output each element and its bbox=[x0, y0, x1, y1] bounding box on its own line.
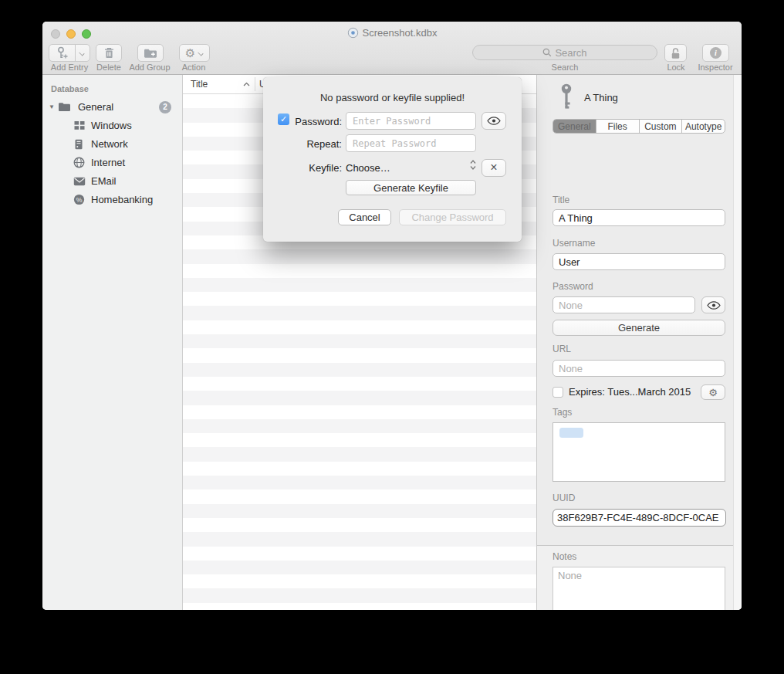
title-label: Title bbox=[553, 195, 569, 205]
generate-password-button[interactable]: Generate bbox=[553, 320, 725, 336]
titlebar-toolbar: Screenshot.kdbx Add Entry bbox=[42, 22, 742, 75]
sidebar-item-label: Internet bbox=[91, 157, 125, 168]
add-group-button[interactable] bbox=[137, 44, 164, 62]
sidebar-header: Database bbox=[51, 84, 89, 93]
sidebar-item-general[interactable]: ▼ General 2 bbox=[42, 99, 182, 115]
expires-label: Expires: Tues...March 2015 bbox=[569, 386, 691, 398]
lock-button[interactable] bbox=[664, 44, 687, 62]
tab-custom[interactable]: Custom bbox=[640, 120, 683, 133]
sidebar-item-label: Homebanking bbox=[91, 194, 153, 205]
window-title-group: Screenshot.kdbx bbox=[42, 27, 742, 39]
document-proxy-icon bbox=[347, 27, 359, 39]
window-title: Screenshot.kdbx bbox=[363, 27, 438, 39]
clear-keyfile-button[interactable]: × bbox=[482, 159, 506, 177]
gear-icon: ⚙ bbox=[185, 47, 195, 59]
search-placeholder: Search bbox=[555, 47, 586, 59]
chevron-down-icon bbox=[198, 50, 204, 56]
tag-chip[interactable] bbox=[559, 428, 583, 438]
sidebar-item-network[interactable]: Network bbox=[42, 136, 182, 152]
percent-circle-icon: % bbox=[73, 194, 85, 205]
disclosure-triangle-icon[interactable]: ▼ bbox=[49, 103, 55, 110]
expires-settings-button[interactable]: ⚙ bbox=[701, 384, 725, 400]
password-field[interactable] bbox=[553, 296, 695, 313]
info-icon: i bbox=[710, 47, 721, 59]
url-field[interactable] bbox=[553, 360, 725, 377]
sidebar-item-label: EMail bbox=[91, 175, 117, 187]
inspector-button[interactable]: i bbox=[702, 44, 729, 62]
folder-icon bbox=[58, 102, 71, 112]
stepper-icon[interactable] bbox=[470, 159, 476, 171]
inspector-label: Inspector bbox=[694, 63, 737, 72]
svg-text:%: % bbox=[76, 196, 82, 204]
action-label: Action bbox=[174, 63, 214, 72]
change-password-sheet: No password or keyfile supplied! ✓ Passw… bbox=[263, 77, 522, 242]
password-label: Password bbox=[553, 281, 593, 292]
key-icon bbox=[560, 83, 573, 113]
sidebar-item-label: General bbox=[78, 101, 113, 113]
tab-files[interactable]: Files bbox=[596, 120, 640, 133]
inspector-tabs: General Files Custom Autotype bbox=[553, 119, 725, 134]
inspector-scrollbar[interactable] bbox=[733, 75, 742, 610]
add-entry-label: Add Entry bbox=[43, 63, 96, 72]
sidebar-item-internet[interactable]: Internet bbox=[42, 154, 182, 171]
sidebar-item-label: Windows bbox=[91, 120, 132, 131]
search-icon bbox=[542, 48, 552, 57]
cancel-button[interactable]: Cancel bbox=[338, 209, 391, 225]
trash-icon bbox=[104, 47, 114, 59]
add-group-label: Add Group bbox=[125, 63, 174, 72]
action-button[interactable]: ⚙ bbox=[179, 44, 210, 62]
server-icon bbox=[73, 139, 84, 150]
sidebar-item-email[interactable]: EMail bbox=[42, 173, 182, 189]
search-input[interactable]: Search bbox=[472, 45, 657, 60]
chevron-down-icon bbox=[79, 50, 85, 56]
key-plus-icon bbox=[56, 46, 68, 59]
desktop: Screenshot.kdbx Add Entry bbox=[0, 0, 784, 674]
sidebar-item-label: Network bbox=[91, 138, 128, 150]
entry-title: A Thing bbox=[584, 92, 618, 103]
dialog-repeat-input[interactable] bbox=[346, 134, 476, 152]
notes-field[interactable] bbox=[553, 567, 725, 610]
sidebar: Database ▼ General 2 Windows Network bbox=[42, 75, 183, 610]
dialog-password-label: Password: bbox=[272, 116, 342, 127]
show-password-button[interactable] bbox=[701, 296, 725, 313]
folder-plus-icon bbox=[144, 48, 157, 59]
globe-icon bbox=[73, 157, 85, 168]
lock-open-icon bbox=[670, 47, 681, 59]
inspector-panel: A Thing General Files Custom Autotype Ti… bbox=[536, 75, 742, 610]
tab-autotype[interactable]: Autotype bbox=[682, 120, 725, 133]
lock-label: Lock bbox=[658, 63, 694, 72]
delete-label: Delete bbox=[90, 63, 128, 72]
sidebar-item-homebanking[interactable]: % Homebanking bbox=[42, 191, 182, 208]
dialog-repeat-label: Repeat: bbox=[272, 138, 342, 150]
eye-icon bbox=[487, 117, 501, 125]
search-label: Search bbox=[540, 63, 590, 72]
sidebar-item-windows[interactable]: Windows bbox=[42, 117, 182, 134]
uuid-label: UUID bbox=[553, 493, 575, 503]
expires-checkbox[interactable] bbox=[553, 387, 563, 398]
change-password-button[interactable]: Change Password bbox=[399, 209, 506, 225]
add-entry-dropdown[interactable] bbox=[76, 45, 90, 61]
add-entry-button[interactable] bbox=[49, 44, 90, 62]
delete-button[interactable] bbox=[96, 44, 122, 62]
tags-field[interactable] bbox=[553, 422, 725, 482]
count-badge: 2 bbox=[159, 101, 171, 113]
username-label: Username bbox=[553, 238, 595, 249]
title-field[interactable] bbox=[553, 209, 725, 226]
notes-label: Notes bbox=[553, 551, 576, 562]
column-divider[interactable] bbox=[255, 77, 255, 91]
dialog-password-input[interactable] bbox=[346, 112, 476, 130]
column-header-title[interactable]: Title bbox=[191, 79, 208, 90]
eye-icon bbox=[707, 301, 721, 310]
username-field[interactable] bbox=[553, 253, 725, 270]
dialog-show-password-button[interactable] bbox=[482, 112, 506, 130]
gear-icon: ⚙ bbox=[708, 388, 718, 398]
envelope-icon bbox=[73, 177, 86, 186]
uuid-field[interactable] bbox=[553, 509, 726, 527]
keyfile-popup[interactable]: Choose… bbox=[346, 162, 390, 174]
dialog-message: No password or keyfile supplied! bbox=[263, 92, 522, 103]
generate-keyfile-button[interactable]: Generate Keyfile bbox=[346, 180, 476, 195]
close-x-icon: × bbox=[490, 161, 497, 174]
tab-general[interactable]: General bbox=[553, 120, 596, 133]
add-entry-main[interactable] bbox=[49, 45, 75, 61]
sort-ascending-icon bbox=[243, 82, 250, 86]
